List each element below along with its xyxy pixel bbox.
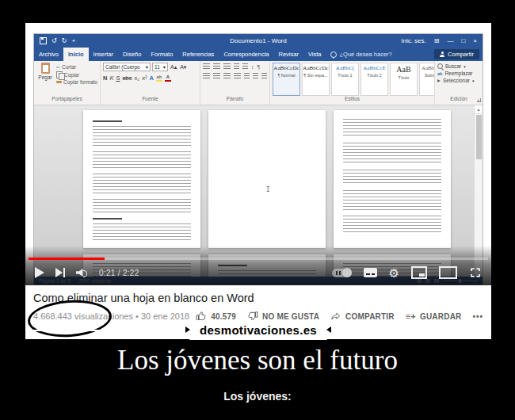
- paste-button[interactable]: Pegar: [36, 63, 54, 96]
- settings-gear-icon[interactable]: ⚙: [389, 267, 399, 279]
- align-left-icon[interactable]: [203, 73, 210, 79]
- select-button[interactable]: Seleccionar▾: [437, 78, 480, 83]
- share-label: COMPARTIR: [345, 312, 395, 321]
- font-color-button[interactable]: A: [165, 74, 171, 82]
- copy-label: Copiar: [64, 72, 79, 78]
- ribbon-tabs: ArchivoInicioInsertarDiseñoFormatoRefere…: [34, 48, 326, 61]
- tab-diseño[interactable]: Diseño: [118, 48, 146, 61]
- style-chip-3[interactable]: AaBbCcETítulo 2: [360, 63, 388, 96]
- strikethrough-button[interactable]: abc: [122, 74, 132, 82]
- volume-button[interactable]: [76, 268, 88, 277]
- cut-button[interactable]: ✂ Cortar: [56, 64, 97, 70]
- style-chip-5[interactable]: AaBbCcCSubtítulo: [419, 63, 435, 96]
- autoplay-toggle[interactable]: [332, 269, 352, 277]
- group-editing: Buscar▾ ab Reemplazar Seleccionar▾ Edici…: [435, 61, 483, 105]
- document-page-blank[interactable]: I: [208, 110, 326, 248]
- tell-me-box[interactable]: ¿Qué desea hacer?: [326, 48, 396, 61]
- sign-in-button[interactable]: Inic. ses.: [401, 37, 426, 44]
- miniplayer-button[interactable]: [411, 266, 427, 279]
- dislike-button[interactable]: NO ME GUSTA: [247, 311, 319, 322]
- save-icon[interactable]: [40, 37, 47, 44]
- maximize-button[interactable]: □: [461, 38, 465, 44]
- align-center-icon[interactable]: [213, 73, 220, 79]
- style-sample: AaBbCcE: [363, 65, 385, 71]
- customize-qat-icon[interactable]: +: [71, 38, 75, 44]
- tab-insertar[interactable]: Insertar: [89, 48, 118, 61]
- subscript-button[interactable]: x₂: [135, 74, 140, 82]
- style-chip-4[interactable]: AaBTítulo: [390, 63, 418, 96]
- next-icon-bar: [63, 268, 65, 277]
- font-size-select[interactable]: 11▾: [152, 63, 168, 71]
- tab-correspondencia[interactable]: Correspondencia: [219, 48, 273, 61]
- increase-indent-icon[interactable]: [242, 63, 248, 70]
- text-effects-button[interactable]: A: [149, 74, 153, 82]
- fake-paragraph: [93, 126, 191, 147]
- fake-paragraph: [343, 190, 441, 211]
- video-title[interactable]: Como eliminar una hoja en blanco en Word: [33, 292, 483, 304]
- format-painter-button[interactable]: Copiar formato: [56, 79, 97, 85]
- share-document-button[interactable]: Compartir: [434, 49, 479, 59]
- dislike-label: NO ME GUSTA: [262, 312, 319, 321]
- highlight-color-button[interactable]: ab: [156, 74, 162, 82]
- play-button[interactable]: [35, 267, 44, 278]
- highlight-icon: ab: [157, 74, 162, 79]
- italic-button[interactable]: K: [109, 74, 113, 82]
- superscript-button[interactable]: x²: [142, 74, 147, 82]
- ribbon-display-icon[interactable]: ⊞: [434, 38, 440, 44]
- numbering-icon[interactable]: [213, 63, 220, 70]
- shading-icon[interactable]: [253, 73, 258, 79]
- progress-bar[interactable]: [29, 258, 488, 260]
- document-page[interactable]: [334, 110, 451, 248]
- copy-button[interactable]: Copiar: [56, 71, 97, 78]
- bold-button[interactable]: N: [103, 74, 107, 82]
- style-sample: AaBbCcC: [422, 65, 435, 71]
- save-playlist-button[interactable]: ≡+ GUARDAR: [406, 311, 462, 321]
- tab-referencias[interactable]: Referencias: [177, 48, 219, 61]
- undo-icon[interactable]: ↺: [52, 38, 57, 44]
- shrink-font-button[interactable]: A▾: [179, 64, 187, 71]
- fake-heading: [93, 120, 122, 122]
- align-right-icon[interactable]: [223, 73, 231, 79]
- replace-button[interactable]: ab Reemplazar: [437, 71, 480, 76]
- collapse-ribbon-icon[interactable]: ∧: [477, 97, 480, 103]
- time-display: 0:21 / 2:22: [99, 269, 139, 277]
- chevron-right-icon: [326, 326, 331, 333]
- more-actions-button[interactable]: •••: [472, 312, 483, 321]
- tab-revisar[interactable]: Revisar: [274, 48, 303, 61]
- style-chip-2[interactable]: AaBbC(Título 1: [331, 63, 359, 96]
- decrease-indent-icon[interactable]: [234, 63, 239, 70]
- sort-icon[interactable]: ↕: [251, 64, 254, 70]
- next-button[interactable]: [55, 268, 65, 277]
- grow-font-button[interactable]: A▴: [170, 64, 177, 71]
- close-button[interactable]: ×: [473, 38, 477, 44]
- style-chip-1[interactable]: AaBbCcDc¶ Sin espa...: [302, 63, 330, 96]
- like-button[interactable]: 40.579: [196, 311, 236, 322]
- document-page[interactable]: [83, 110, 200, 248]
- tab-inicio[interactable]: Inicio: [63, 48, 89, 61]
- thumbs-up-icon: [196, 311, 207, 322]
- subtitles-button[interactable]: [364, 268, 377, 277]
- justify-icon[interactable]: [234, 73, 241, 79]
- tab-vista[interactable]: Vista: [303, 48, 326, 61]
- find-button[interactable]: Buscar▾: [437, 63, 480, 69]
- fake-paragraph: [343, 170, 441, 185]
- style-chip-0[interactable]: AaBbCcDc¶ Normal: [273, 63, 300, 96]
- tab-formato[interactable]: Formato: [146, 48, 177, 61]
- borders-icon[interactable]: [261, 73, 267, 79]
- line-spacing-icon[interactable]: [244, 73, 250, 79]
- minimize-button[interactable]: —: [447, 38, 453, 44]
- underline-button[interactable]: S: [116, 74, 120, 82]
- scrollbar-thumb[interactable]: [476, 115, 482, 159]
- theater-mode-button[interactable]: [439, 266, 457, 279]
- clipboard-icon: [41, 63, 50, 74]
- scroll-up-icon[interactable]: ▲: [475, 105, 483, 114]
- redo-icon[interactable]: ↻: [62, 38, 67, 44]
- font-name-select[interactable]: Calibri (Cuerpo▾: [103, 63, 151, 71]
- multilevel-list-icon[interactable]: [223, 63, 231, 70]
- bullets-icon[interactable]: [203, 63, 210, 70]
- share-button[interactable]: COMPARTIR: [330, 311, 395, 322]
- pilcrow-icon[interactable]: ¶: [258, 64, 261, 70]
- tab-archivo[interactable]: Archivo: [34, 48, 63, 61]
- fake-paragraph: [93, 223, 191, 241]
- fullscreen-button[interactable]: [469, 267, 482, 278]
